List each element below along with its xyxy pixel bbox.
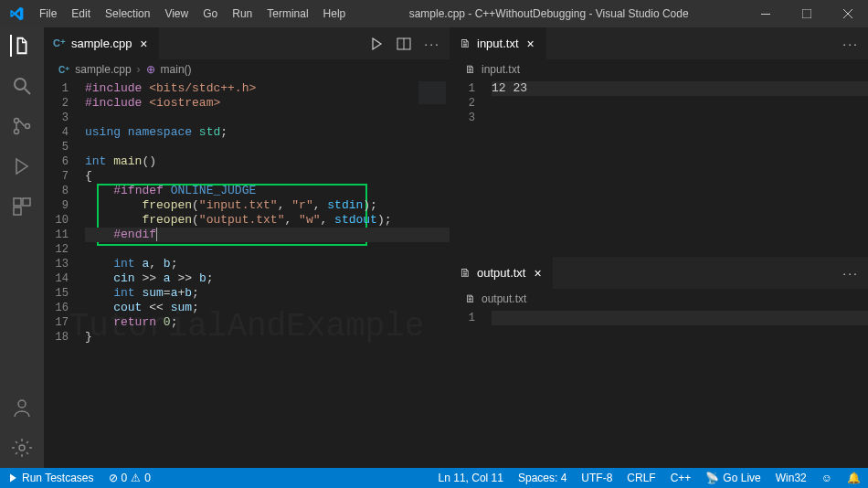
run-testcases-button[interactable]: Run Testcases: [0, 468, 101, 488]
input-content[interactable]: 12 23: [492, 81, 868, 125]
text-file-icon: 🗎: [460, 37, 471, 50]
minimize-button[interactable]: [745, 0, 786, 27]
menu-help[interactable]: Help: [316, 0, 354, 27]
svg-rect-9: [14, 198, 21, 206]
settings-gear-icon[interactable]: [11, 437, 33, 459]
window-title: sample.cpp - C++WithoutDebugging - Visua…: [353, 7, 745, 20]
menu-go[interactable]: Go: [196, 0, 225, 27]
close-button[interactable]: [827, 0, 868, 27]
function-icon: ⊕: [146, 63, 155, 76]
menu-view[interactable]: View: [157, 0, 196, 27]
code-editor[interactable]: 123456789101112131415161718 #include <bi…: [44, 80, 450, 468]
encoding[interactable]: UTF-8: [574, 468, 619, 488]
menu-terminal[interactable]: Terminal: [259, 0, 315, 27]
accounts-icon[interactable]: [11, 397, 33, 419]
tab-label: sample.cpp: [71, 37, 132, 50]
maximize-button[interactable]: [786, 0, 827, 27]
chevron-right-icon: ›: [137, 63, 141, 76]
text-file-icon: 🗎: [465, 63, 476, 76]
text-file-icon: 🗎: [460, 266, 471, 280]
svg-line-5: [25, 89, 30, 94]
line-gutter: 123456789101112131415161718: [44, 81, 85, 345]
tab-input-txt[interactable]: 🗎 input.txt ×: [450, 27, 547, 59]
go-live-button[interactable]: 📡 Go Live: [698, 468, 767, 488]
breadcrumb-symbol[interactable]: main(): [161, 63, 192, 76]
source-control-icon[interactable]: [11, 115, 33, 137]
breadcrumb-file[interactable]: output.txt: [482, 292, 526, 305]
menu-selection[interactable]: Selection: [98, 0, 157, 27]
vscode-logo-icon: [0, 6, 32, 21]
svg-rect-1: [802, 9, 811, 18]
svg-point-13: [19, 445, 25, 451]
close-icon[interactable]: ×: [524, 37, 537, 50]
svg-rect-11: [14, 207, 21, 215]
menu-file[interactable]: File: [32, 0, 64, 27]
menu-run[interactable]: Run: [225, 0, 259, 27]
svg-point-6: [15, 119, 19, 123]
more-actions-icon[interactable]: ···: [842, 266, 859, 281]
svg-rect-0: [761, 14, 770, 15]
svg-point-7: [15, 130, 19, 134]
line-gutter: 123: [450, 81, 492, 125]
run-icon[interactable]: [369, 37, 384, 51]
line-gutter: 1: [450, 311, 492, 325]
output-editor[interactable]: 1: [450, 309, 868, 468]
breadcrumb-file[interactable]: input.txt: [482, 63, 520, 76]
output-content[interactable]: [492, 311, 868, 325]
problems-status[interactable]: ⊘0 ⚠0: [101, 468, 158, 488]
tab-output-txt[interactable]: 🗎 output.txt ×: [450, 257, 554, 289]
svg-point-8: [26, 124, 30, 129]
split-editor-icon[interactable]: [397, 37, 411, 51]
close-icon[interactable]: ×: [531, 267, 544, 280]
warning-icon: ⚠: [131, 472, 141, 484]
indentation[interactable]: Spaces: 4: [511, 468, 574, 488]
tab-sample-cpp[interactable]: C⁺ sample.cpp ×: [44, 27, 160, 59]
run-debug-icon[interactable]: [11, 155, 33, 177]
platform[interactable]: Win32: [768, 468, 814, 488]
error-icon: ⊘: [109, 472, 118, 484]
close-icon[interactable]: ×: [137, 37, 150, 50]
cpp-file-icon: C⁺: [53, 37, 66, 49]
language-mode[interactable]: C++: [663, 468, 699, 488]
menu-edit[interactable]: Edit: [64, 0, 98, 27]
svg-point-12: [18, 400, 26, 408]
input-editor[interactable]: 123 12 23: [450, 80, 868, 256]
svg-rect-10: [23, 198, 30, 206]
svg-point-4: [15, 79, 26, 90]
activity-bar: [0, 27, 44, 468]
more-actions-icon[interactable]: ···: [842, 37, 859, 51]
eol[interactable]: CRLF: [619, 468, 662, 488]
explorer-icon[interactable]: [10, 35, 32, 57]
code-content[interactable]: #include <bits/stdc++.h> #include <iostr…: [85, 81, 450, 345]
breadcrumb-file[interactable]: sample.cpp: [75, 63, 131, 76]
text-file-icon: 🗎: [465, 292, 476, 305]
tab-label: output.txt: [477, 266, 525, 280]
cpp-file-icon: C⁺: [58, 65, 69, 75]
menu-bar: File Edit Selection View Go Run Terminal…: [32, 0, 353, 27]
search-icon[interactable]: [11, 75, 33, 97]
extensions-icon[interactable]: [11, 196, 33, 217]
notifications-icon[interactable]: 🔔: [840, 468, 868, 488]
tab-label: input.txt: [477, 37, 519, 50]
feedback-icon[interactable]: ☺: [814, 468, 840, 488]
cursor-position[interactable]: Ln 11, Col 11: [431, 468, 511, 488]
broadcast-icon: 📡: [705, 472, 719, 484]
more-actions-icon[interactable]: ···: [424, 37, 440, 51]
